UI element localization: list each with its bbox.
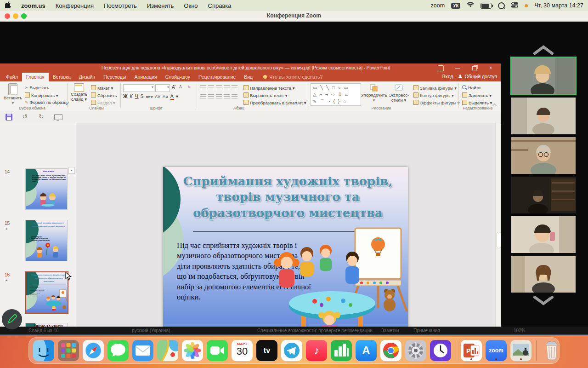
participant-video-3[interactable] [511,137,576,174]
shape-effects-button[interactable]: Эффекты фигуры ▾ [413,100,460,105]
section-button[interactable]: Раздел ▾ [91,100,115,105]
cut-button[interactable]: ✂ Вырезать [25,85,49,90]
dock-trash-icon[interactable] [541,340,562,361]
dock-music-icon[interactable]: ♪ [306,340,327,361]
search-icon[interactable] [498,2,505,9]
participants-scroll-down-button[interactable] [532,294,555,306]
arrange-button[interactable]: Упорядочить▾ [361,84,387,103]
wifi-icon[interactable] [467,2,474,9]
participants-scroll-up-button[interactable] [532,44,555,56]
change-case-button[interactable]: Aa [163,94,169,99]
font-size-combo[interactable] [155,84,170,92]
new-slide-button[interactable]: Создать слайд ▾ [69,83,89,102]
redo-button[interactable]: ↻ [39,113,44,120]
tab-file[interactable]: Файл [2,73,22,81]
dock-calendar-icon[interactable]: МАРТ 30 [232,340,253,361]
font-name-combo[interactable] [123,84,154,92]
dock-photos-icon[interactable] [182,340,203,361]
smartart-button[interactable]: Преобразовать в SmartArt ▾ [243,100,306,105]
dock-appstore-icon[interactable]: A [356,340,377,361]
tab-review[interactable]: Рецензирование [194,73,240,81]
format-painter-button[interactable]: ✎ Формат по образцу [25,100,69,105]
dock-zoom-icon[interactable]: zoom [486,340,507,361]
font-style-buttons[interactable]: Ж К Ч S abc AV Aa А ▾ [123,93,179,99]
start-slideshow-icon[interactable] [54,114,62,120]
tab-animations[interactable]: Анимация [130,73,161,81]
font-color-button[interactable]: А [170,93,174,100]
participant-video-4[interactable] [511,177,576,213]
grow-font-button[interactable]: А̂ [172,85,175,90]
share-button[interactable]: Общий доступ [458,74,497,79]
copy-button[interactable]: Копировать ▾ [25,92,58,98]
shape-outline-button[interactable]: Контур фигуры ▾ [413,92,454,98]
dock-telegram-icon[interactable] [281,340,302,361]
dock-preview-icon[interactable] [510,340,531,361]
char-spacing-button[interactable]: AV [155,94,161,99]
tab-home[interactable]: Главная [22,73,49,81]
alignment-buttons[interactable] [200,94,239,100]
find-button[interactable]: Найти [462,85,481,90]
bold-button[interactable]: Ж [123,93,128,99]
ribbon-options-icon[interactable] [438,65,444,71]
text-direction-button[interactable]: Направление текста ▾ [243,85,294,91]
quick-styles-button[interactable]: Экспресс- стили ▾ [387,84,411,103]
dock-appletv-icon[interactable]: tv [256,340,277,361]
dock-launchpad-icon[interactable] [58,340,79,361]
reset-button[interactable]: Сбросить [91,92,117,98]
menu-help[interactable]: Справка [208,2,232,9]
control-center-icon[interactable] [511,2,518,9]
select-button[interactable]: Выделить ▾ [462,100,492,105]
thumbnail-slide-15[interactable]: Активний розвиток планування і самооціню… [25,220,68,261]
sign-in-link[interactable]: Вход [442,74,453,79]
menu-clock[interactable]: Чт, 30 марта 14:27 [534,2,583,9]
status-zoom-label[interactable]: zoom [431,2,445,9]
clear-formatting-button[interactable]: ✎ [187,85,191,90]
keyboard-layout-badge[interactable]: УК [451,3,460,9]
menu-app-name[interactable]: zoom.us [21,2,45,9]
menu-view[interactable]: Посмотреть [104,2,137,9]
ppt-restore-icon[interactable] [472,66,477,70]
apple-menu-icon[interactable] [5,1,11,10]
bullets-numbering-buttons[interactable] [200,85,239,91]
dock-safari-icon[interactable] [83,340,104,361]
menu-conference[interactable]: Конференция [56,2,94,9]
thumbnail-slide-14[interactable]: Мислення Дає змогу дитині бачити перспек… [25,168,68,210]
menu-edit[interactable]: Изменить [147,2,174,9]
participant-video-6[interactable] [511,256,576,293]
tab-slideshow[interactable]: Слайд-шоу [161,73,194,81]
italic-button[interactable]: К [130,93,133,99]
dock-mail-icon[interactable] [132,340,153,361]
shrink-font-button[interactable]: А̌ [179,85,182,89]
dock-maps-icon[interactable] [157,340,178,361]
participant-video-1-active-speaker[interactable] [511,58,576,94]
dock-numbers-icon[interactable] [331,340,352,361]
battery-icon[interactable] [481,3,492,9]
paste-button[interactable]: Вставить▾ [2,83,24,105]
dock-messages-icon[interactable] [107,340,129,361]
dock-chrome-icon[interactable] [380,340,401,361]
tell-me-box[interactable]: Что вы хотите сделать? [263,74,322,81]
dock-powerpoint-icon[interactable]: P [461,340,482,361]
participant-video-2[interactable] [511,98,576,134]
layout-button[interactable]: Макет ▾ [91,85,113,91]
zoom-annotate-button[interactable] [2,309,22,329]
dock-finder-icon[interactable] [33,340,54,361]
thumbnail-slide-16-selected[interactable]: Сприймання художніх творів, творів музич… [25,271,68,314]
shapes-gallery[interactable]: ▭ ╲ ╲ □ ○ ▭ △ ⌐ ¬ ⇨ ⇩ ▱ ✎ ⌒ ~ { } ☆ [311,83,361,106]
undo-button[interactable]: ↺ [22,113,28,120]
menu-window[interactable]: Окно [184,2,198,9]
dock-facetime-icon[interactable] [207,340,228,361]
tab-design[interactable]: Дизайн [75,73,99,81]
replace-button[interactable]: Заменить ▾ [462,92,492,98]
shape-fill-button[interactable]: Заливка фигуры ▾ [413,85,457,91]
tab-transitions[interactable]: Переходы [99,73,130,81]
underline-button[interactable]: Ч [135,93,139,99]
tab-view[interactable]: Вид [240,73,257,81]
thumbs-scroll-up-button[interactable]: ▴ [68,167,75,174]
tab-insert[interactable]: Вставка [49,73,75,81]
strikethrough-button[interactable]: abc [146,95,153,99]
participant-video-5[interactable] [511,216,576,253]
ppt-minimize-icon[interactable]: — [454,65,461,70]
canvas-scrollbar[interactable]: ▲ ▼ ▾ [495,123,501,356]
shadow-button[interactable]: S [140,93,144,99]
